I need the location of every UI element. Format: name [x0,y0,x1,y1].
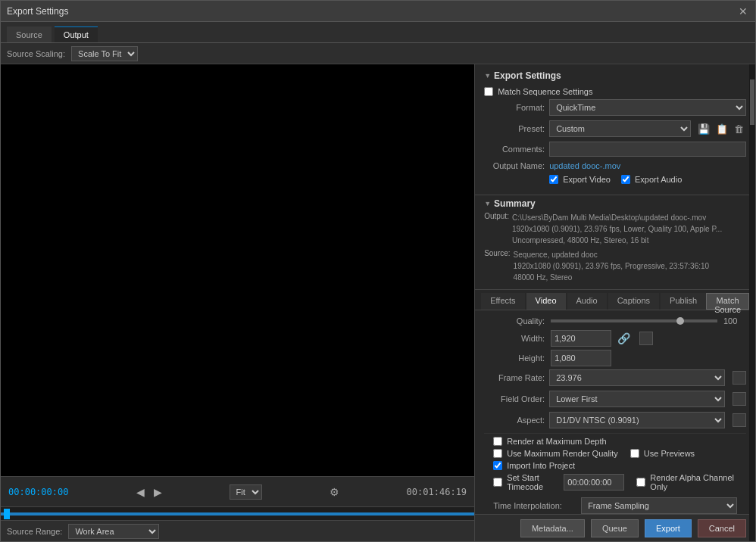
fit-select[interactable]: Fit [230,484,262,500]
timeline-scrub[interactable] [1,506,474,520]
scrollbar-thumb [750,79,754,125]
summary-header: ▼ Summary [484,198,746,209]
set-start-timecode-label: Set Start Timecode [507,473,556,491]
source-range-label: Source Range: [7,527,62,536]
field-order-select[interactable]: Lower First [549,391,725,407]
time-interpolation-select[interactable]: Frame Sampling [581,497,737,514]
match-sequence-label: Match Sequence Settings [498,87,592,96]
cancel-button[interactable]: Cancel [698,519,746,537]
comments-label: Comments: [484,145,545,154]
close-button[interactable]: ✕ [737,5,749,17]
timecode-alpha-row: Set Start Timecode Render Alpha Channel … [493,473,737,494]
play-button[interactable]: ▶ [151,484,165,500]
height-label: Height: [484,354,545,363]
render-alpha-row: Render Alpha Channel Only [636,473,737,491]
import-into-project-row: Import Into Project [493,461,737,470]
main-tabs: Source Output [1,22,755,43]
import-into-project-checkbox[interactable] [493,461,502,470]
tab-output[interactable]: Output [55,26,98,42]
set-start-timecode-checkbox[interactable] [493,478,502,487]
start-timecode-input[interactable] [564,474,624,491]
use-previews-checkbox[interactable] [630,449,639,458]
preset-select[interactable]: Custom [549,120,691,137]
export-button[interactable]: Export [645,519,692,537]
queue-button[interactable]: Queue [591,519,639,537]
output-summary-label: Output: [484,212,509,246]
link-icon: 🔗 [617,332,630,344]
field-order-square-button[interactable] [733,392,746,406]
width-input[interactable] [551,330,611,347]
output-name-row: Output Name: updated dooc-.mov [484,161,746,170]
video-tabs: Effects Video Audio Captions Publish [481,293,706,310]
use-max-render-quality-label: Use Maximum Render Quality [507,449,618,458]
output-name-link[interactable]: updated dooc-.mov [549,161,620,170]
render-alpha-checkbox[interactable] [636,478,645,487]
aspect-label: Aspect: [484,416,545,425]
output-summary-value: C:\Users\ByDam Multi Media\Desktop\updat… [512,212,722,246]
timeline-controls: 00:00:00:00 ◀ ▶ Fit ⚙ 00:01:46:19 [1,476,474,506]
title-bar: Export Settings ✕ [1,1,755,22]
output-summary-row: Output: C:\Users\ByDam Multi Media\Deskt… [484,212,746,246]
time-interpolation-row: Time Interpolation: Frame Sampling [484,497,746,514]
match-sequence-row: Match Sequence Settings [484,87,746,96]
go-to-start-button[interactable]: ◀ [133,484,148,500]
quality-slider[interactable] [551,319,717,322]
format-label: Format: [484,103,545,112]
use-max-render-quality-checkbox[interactable] [493,449,502,458]
render-max-depth-row: Render at Maximum Depth [493,437,737,446]
tab-captions[interactable]: Captions [608,293,659,310]
window-title: Export Settings [7,6,68,17]
summary-section: ▼ Summary Output: C:\Users\ByDam Multi M… [475,195,755,290]
summary-title: Summary [494,198,536,209]
delete-preset-button[interactable]: 🗑 [732,123,746,136]
tab-effects[interactable]: Effects [481,293,524,310]
height-input[interactable] [551,350,611,366]
comments-row: Comments: [484,142,746,157]
aspect-row: Aspect: D1/DV NTSC (0.9091) [484,412,746,428]
match-source-button[interactable]: Match Source [706,293,749,310]
preset-icons: 💾 📋 🗑 [695,123,746,136]
render-alpha-label: Render Alpha Channel Only [650,473,737,491]
quality-previews-row: Use Maximum Render Quality Use Previews [493,449,737,461]
match-sequence-checkbox[interactable] [484,87,493,96]
field-order-label: Field Order: [484,394,545,403]
source-summary-value: Sequence, updated dooc 1920x1080 (0.9091… [514,249,710,283]
export-av-row: Export Video Export Audio [484,175,746,184]
tab-audio[interactable]: Audio [567,293,607,310]
frame-rate-square-button[interactable] [733,371,746,385]
comments-input[interactable] [549,142,746,157]
render-max-depth-label: Render at Maximum Depth [507,437,606,446]
source-range-select[interactable]: Work Area [68,524,159,539]
settings-button[interactable]: ⚙ [326,484,342,500]
import-into-project-label: Import Into Project [507,461,575,470]
source-range-bar: Source Range: Work Area [1,520,474,541]
aspect-select[interactable]: D1/DV NTSC (0.9091) [549,412,725,428]
vertical-scrollbar[interactable] [749,64,755,541]
export-audio-checkbox[interactable] [621,175,630,184]
transport-controls: ◀ ▶ [133,484,165,500]
square-ratio-button[interactable] [639,332,653,345]
source-scaling-select[interactable]: Scale To Fit [71,46,138,61]
frame-rate-row: Frame Rate: 23.976 [484,369,746,386]
tab-video[interactable]: Video [526,293,566,310]
total-timecode: 00:01:46:19 [407,487,467,497]
timeline-playhead[interactable] [4,509,10,519]
aspect-square-button[interactable] [733,413,746,427]
tab-source[interactable]: Source [7,26,52,42]
export-audio-label: Export Audio [635,175,682,184]
render-max-depth-checkbox[interactable] [493,437,502,446]
collapse-icon: ▼ [484,72,491,79]
frame-rate-select[interactable]: 23.976 [549,369,725,386]
export-video-label: Export Video [563,175,611,184]
bottom-checkboxes: Render at Maximum Depth Use Maximum Rend… [484,433,746,497]
metadata-button[interactable]: Metadata... [520,519,585,537]
save-preset-button[interactable]: 💾 [695,123,712,136]
export-video-checkbox[interactable] [549,175,558,184]
preset-label: Preset: [484,124,545,133]
main-content: 00:00:00:00 ◀ ▶ Fit ⚙ 00:01:46:19 [1,64,755,541]
use-max-render-quality-row: Use Maximum Render Quality [493,449,618,458]
format-select[interactable]: QuickTime [549,99,746,116]
video-settings: Quality: 100 Width: 🔗 Height: [475,310,755,514]
tab-publish[interactable]: Publish [661,293,706,310]
import-preset-button[interactable]: 📋 [714,123,730,136]
